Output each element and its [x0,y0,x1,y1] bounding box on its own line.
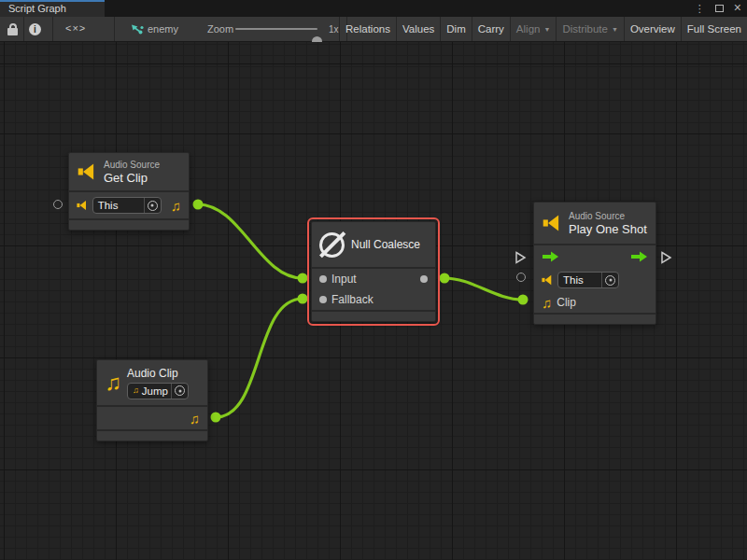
graph-canvas[interactable]: Audio Source Get Clip This ♫ [0,42,747,560]
audio-source-icon [542,274,553,286]
wire-audioclip-to-fallback[interactable] [216,299,303,417]
node-title: Null Coalesce [351,238,420,252]
node-header: ♫ Audio Clip ♫ Jump [97,360,207,405]
node-category: Audio Source [569,211,647,222]
fallback-port-row: Fallback [312,289,435,310]
info-icon[interactable]: i [29,23,41,35]
distribute-label: Distribute [562,23,608,35]
node-category: Audio Source [104,160,160,171]
dim-button[interactable]: Dim [440,17,471,41]
result-output-port[interactable] [420,275,428,283]
input-label: Input [331,273,357,286]
this-field-value: This [98,200,141,211]
audio-source-icon [77,162,97,181]
target-icon [148,201,158,211]
zoom-slider-track[interactable] [235,28,317,30]
align-label: Align [516,23,541,35]
input-port-row: Input [312,269,435,289]
output-row: ♫ [97,407,207,429]
toolbar-buttons: Relations Values Dim Carry Align▼ Distri… [339,17,747,41]
node-footer [97,431,207,441]
code-view-icon[interactable]: <×> [65,22,86,34]
chevron-down-icon: ▼ [543,26,550,33]
audio-clip-output-icon[interactable]: ♫ [190,412,200,426]
maximize-icon[interactable] [715,5,724,12]
node-header-text: Audio Source Play One Shot [569,211,647,236]
clip-port-row: ♫ Clip [534,292,655,313]
wire-getclip-to-input[interactable] [198,204,303,278]
clip-object-field[interactable]: ♫ Jump [127,383,189,399]
node-get-clip[interactable]: Audio Source Get Clip This ♫ [68,152,190,231]
playoneshot-this-input-port[interactable] [516,273,526,282]
distribute-dropdown[interactable]: Distribute▼ [556,17,624,41]
node-footer [312,312,435,321]
this-object-field[interactable]: This [557,272,619,288]
flow-input-port[interactable] [514,251,527,264]
graph-name-label: enemy [148,23,178,35]
node-header: Audio Source Get Clip [69,153,189,190]
lock-icon[interactable] [7,23,18,35]
fallback-label: Fallback [331,293,374,306]
titlebar: Script Graph ⋮ × [0,0,747,17]
music-note-icon: ♫ [542,296,552,310]
values-button[interactable]: Values [396,17,440,41]
node-audio-clip[interactable]: ♫ Audio Clip ♫ Jump ♫ [96,359,208,441]
zoom-value: 1x [329,24,339,35]
this-port-row: This ♫ [69,192,189,218]
node-title: Audio Clip [127,367,189,381]
close-icon[interactable]: × [734,1,741,14]
object-picker[interactable] [601,273,618,287]
flow-row [534,245,655,268]
node-title: Get Clip [104,171,160,185]
flow-out-arrow-icon[interactable] [630,251,648,262]
object-picker[interactable] [144,198,161,213]
music-note-icon: ♫ [133,386,139,395]
lock-body [7,28,18,35]
audio-source-icon [542,214,562,232]
window-menu-icon[interactable]: ⋮ [695,4,705,14]
null-coalesce-icon [319,232,345,258]
node-footer [534,315,655,324]
target-icon [175,385,185,396]
toolbar-separator [23,17,24,41]
graph-pointer-icon [131,23,144,40]
fallback-port[interactable] [319,296,327,303]
node-header-text: Audio Clip ♫ Jump [127,367,189,399]
overview-button[interactable]: Overview [624,17,681,41]
window-controls: ⋮ × [695,0,741,17]
tab-script-graph[interactable]: Script Graph [0,0,105,17]
carry-button[interactable]: Carry [472,17,510,41]
this-port-row: This [534,268,655,292]
clip-label: Clip [557,296,576,309]
input-port[interactable] [319,275,327,283]
getclip-this-input-port[interactable] [53,200,63,209]
wire-output-to-clip[interactable] [444,278,523,300]
audio-clip-icon: ♫ [105,371,121,394]
flow-in-arrow-icon[interactable] [542,251,559,262]
node-play-one-shot[interactable]: Audio Source Play One Shot [533,202,656,325]
node-header-text: Audio Source Get Clip [104,160,160,185]
fullscreen-button[interactable]: Full Screen [681,17,747,41]
tab-label: Script Graph [8,3,66,14]
chevron-down-icon: ▼ [612,26,618,33]
node-footer [69,220,189,230]
node-header: Audio Source Play One Shot [534,203,655,244]
relations-button[interactable]: Relations [339,17,396,41]
script-graph-window: Script Graph ⋮ × i <×> enemy Zoom 1x [0,0,747,560]
align-dropdown[interactable]: Align▼ [510,17,557,41]
clip-field-value: Jump [142,385,168,397]
audio-clip-output-icon[interactable]: ♫ [171,199,181,213]
object-picker[interactable] [171,384,188,399]
toolbar-separator [52,17,53,41]
audio-source-icon [77,200,88,211]
toolbar-separator [114,17,115,41]
node-title: Play One Shot [569,222,647,236]
graph-toolbar: i <×> enemy Zoom 1x Relations Values Dim… [0,17,747,42]
this-field-value: This [563,274,599,286]
target-icon [605,275,615,286]
this-object-field[interactable]: This [92,197,162,214]
zoom-label: Zoom [207,23,233,35]
flow-output-port[interactable] [660,251,672,264]
node-header: Null Coalesce [312,222,435,267]
node-null-coalesce[interactable]: Null Coalesce Input Fallback [311,221,436,322]
